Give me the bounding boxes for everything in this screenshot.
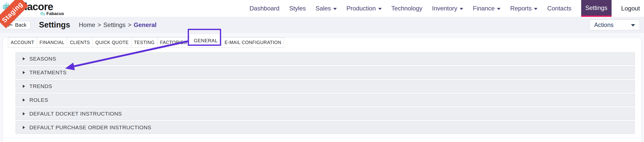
nav-item-technology[interactable]: Technology (391, 5, 422, 12)
breadcrumb-separator: > (128, 21, 132, 29)
breadcrumb-settings[interactable]: Settings (103, 21, 126, 29)
settings-content-card: ACCOUNT FINANCIAL CLIENTS QUICK QUOTE TE… (3, 37, 642, 142)
accordion-section-roles[interactable]: ROLES (16, 94, 635, 106)
tab-account[interactable]: ACCOUNT (8, 37, 37, 48)
nav-item-contacts[interactable]: Contacts (547, 5, 571, 12)
accordion-section-seasons[interactable]: SEASONS (16, 52, 635, 65)
nav-item-production[interactable]: Production (347, 5, 382, 12)
chevron-down-icon (378, 8, 382, 10)
nav-item-finance[interactable]: Finance (473, 5, 500, 12)
chevron-down-icon (460, 8, 463, 10)
nav-item-dashboard[interactable]: Dashboard (249, 5, 279, 12)
logo-byline-brand: Fabacus (46, 11, 64, 16)
back-arrow-icon (7, 23, 13, 27)
nav-item-styles[interactable]: Styles (289, 5, 306, 12)
tab-factories[interactable]: FACTORIES (157, 37, 190, 48)
caret-right-icon (23, 98, 25, 102)
caret-right-icon (23, 126, 25, 129)
top-navbar: lacore ByFabacus Dashboard Styles Sales … (0, 0, 644, 17)
breadcrumb-current: General (134, 21, 157, 29)
tab-quick-quote[interactable]: QUICK QUOTE (92, 37, 131, 48)
chevron-down-icon (534, 8, 538, 10)
caret-right-icon (23, 57, 25, 60)
tab-testing[interactable]: TESTING (131, 37, 158, 48)
caret-right-icon (23, 112, 25, 115)
logo-byline: ByFabacus (40, 11, 64, 16)
page-title: Settings (39, 20, 70, 30)
nav-links: Dashboard Styles Sales Production Techno… (249, 0, 644, 17)
actions-dropdown[interactable]: Actions (589, 20, 640, 30)
tab-financial[interactable]: FINANCIAL (37, 37, 67, 48)
settings-tab-bar: ACCOUNT FINANCIAL CLIENTS QUICK QUOTE TE… (8, 37, 641, 48)
accordion-section-default-purchase-order-instructions[interactable]: DEFAULT PURCHASE ORDER INSTRUCTIONS (16, 121, 635, 134)
logo-byline-prefix: By (40, 11, 45, 16)
breadcrumb-separator: > (98, 21, 101, 29)
page-header: Back Settings Home > Settings > General … (0, 17, 644, 33)
nav-item-logout[interactable]: Logout (621, 5, 640, 12)
logo-wordmark: lacore (25, 1, 53, 12)
settings-accordion: SEASONS TREATMENTS TRENDS ROLES DEFAULT … (16, 52, 635, 134)
back-button-label: Back (15, 22, 26, 28)
tab-clients[interactable]: CLIENTS (67, 37, 93, 48)
accordion-section-trends[interactable]: TRENDS (16, 80, 635, 93)
breadcrumb-home[interactable]: Home (79, 21, 95, 29)
tab-email-configuration[interactable]: E-MAIL CONFIGURATION (222, 37, 284, 48)
tab-general[interactable]: GENERAL (189, 34, 222, 48)
back-button[interactable]: Back (3, 21, 31, 29)
nav-item-settings[interactable]: Settings (581, 0, 612, 17)
accordion-section-treatments[interactable]: TREATMENTS (16, 66, 635, 79)
breadcrumb: Home > Settings > General (79, 21, 157, 29)
chevron-down-icon (631, 24, 635, 26)
chevron-down-icon (497, 8, 500, 10)
chevron-down-icon (333, 8, 337, 10)
nav-item-sales[interactable]: Sales (316, 5, 337, 12)
nav-item-reports[interactable]: Reports (510, 5, 538, 12)
caret-right-icon (23, 85, 25, 88)
brand-logo[interactable]: lacore ByFabacus (0, 0, 77, 17)
nav-item-inventory[interactable]: Inventory (432, 5, 463, 12)
accordion-section-default-docket-instructions[interactable]: DEFAULT DOCKET INSTRUCTIONS (16, 107, 635, 120)
logo-dots-icon (2, 2, 12, 12)
caret-right-icon (23, 71, 25, 74)
actions-dropdown-label: Actions (594, 22, 613, 29)
